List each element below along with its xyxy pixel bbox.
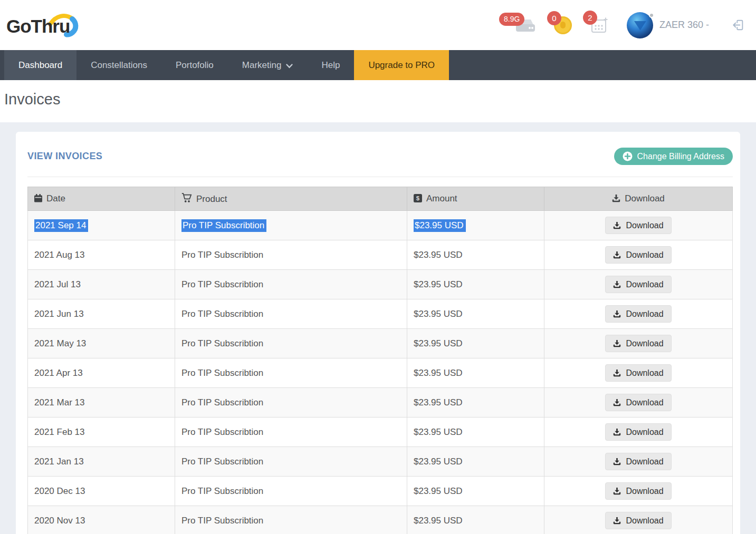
change-billing-address-button[interactable]: Change Billing Address xyxy=(614,148,733,165)
download-button-label: Download xyxy=(626,516,663,526)
invoice-product-cell: Pro TIP Subscribtion xyxy=(175,211,407,240)
invoice-date-text: 2021 Feb 13 xyxy=(34,427,84,437)
column-header-date: Date xyxy=(28,187,175,211)
invoice-date-cell: 2021 Jul 13 xyxy=(28,270,175,299)
user-name: ZAER 360 - xyxy=(659,20,709,31)
download-button[interactable]: Download xyxy=(605,394,671,411)
invoice-date-text: 2021 May 13 xyxy=(34,338,86,348)
top-bar: GoThru 8.9G 0 2 xyxy=(0,0,756,50)
storage-indicator[interactable]: 8.9G xyxy=(515,16,536,34)
invoice-row: 2021 May 13 Pro TIP Subscribtion $23.95 … xyxy=(28,329,733,358)
coins-badge: 0 xyxy=(547,11,561,25)
download-icon xyxy=(613,458,621,465)
section-divider xyxy=(27,177,733,177)
invoice-date-cell: 2021 Mar 13 xyxy=(28,388,175,418)
column-header-product: Product xyxy=(175,187,407,211)
invoice-date-text: 2021 Aug 13 xyxy=(34,250,84,260)
download-icon xyxy=(613,222,621,229)
nav-item-label: Constellations xyxy=(91,60,147,71)
invoice-date-text: 2021 Jul 13 xyxy=(34,279,81,289)
invoice-amount-text: $23.95 USD xyxy=(414,309,463,319)
download-button[interactable]: Download xyxy=(605,305,671,323)
invoice-download-cell: Download xyxy=(544,388,733,418)
nav-item-upgrade-to-pro[interactable]: Upgrade to PRO xyxy=(354,50,449,80)
download-button[interactable]: Download xyxy=(605,217,671,234)
invoice-date-text: 2021 Apr 13 xyxy=(34,368,83,378)
download-button[interactable]: Download xyxy=(605,276,671,293)
invoices-card: VIEW INVOICES Change Billing Address xyxy=(16,132,740,534)
page-title-bar: Invoices xyxy=(0,80,756,122)
invoice-download-cell: Download xyxy=(544,447,733,477)
nav-item-portofolio[interactable]: Portofolio xyxy=(161,50,228,80)
user-menu[interactable]: ZAER 360 - xyxy=(627,12,709,38)
download-button[interactable]: Download xyxy=(605,482,671,500)
invoice-row: 2021 Jul 13 Pro TIP Subscribtion $23.95 … xyxy=(28,270,733,299)
invoice-row: 2021 Jun 13 Pro TIP Subscribtion $23.95 … xyxy=(28,299,733,329)
download-button[interactable]: Download xyxy=(605,364,671,382)
nav-item-constellations[interactable]: Constellations xyxy=(76,50,161,80)
invoice-download-cell: Download xyxy=(544,418,733,447)
svg-text:$: $ xyxy=(416,195,420,201)
invoice-date-text: 2020 Dec 13 xyxy=(34,486,85,496)
invoice-date-text: 2021 Jan 13 xyxy=(34,457,84,467)
invoice-amount-text: $23.95 USD xyxy=(414,250,463,260)
invoice-date-cell: 2021 Feb 13 xyxy=(28,418,175,447)
invoice-date-cell: 2021 Jan 13 xyxy=(28,447,175,477)
invoice-product-cell: Pro TIP Subscribtion xyxy=(175,299,407,329)
card-header: VIEW INVOICES Change Billing Address xyxy=(27,132,733,177)
calendar-indicator[interactable]: 2 xyxy=(590,16,609,35)
download-button[interactable]: Download xyxy=(605,423,671,441)
table-header-row: Date Product $ Amount xyxy=(28,187,733,211)
download-button-label: Download xyxy=(626,250,663,260)
coins-indicator[interactable]: 0 xyxy=(554,16,572,34)
invoice-amount-text: $23.95 USD xyxy=(414,427,463,437)
download-button-label: Download xyxy=(626,398,663,407)
download-button[interactable]: Download xyxy=(605,453,671,470)
invoice-amount-cell: $23.95 USD xyxy=(407,240,544,270)
download-button[interactable]: Download xyxy=(605,335,671,352)
invoice-table-body: 2021 Sep 14 Pro TIP Subscribtion $23.95 … xyxy=(28,211,733,534)
gothru-logo[interactable]: GoThru xyxy=(5,14,101,37)
invoice-amount-cell: $23.95 USD xyxy=(407,477,544,506)
download-button[interactable]: Download xyxy=(605,246,671,264)
download-button[interactable]: Download xyxy=(605,512,671,529)
invoice-amount-cell: $23.95 USD xyxy=(407,388,544,418)
nav-item-marketing[interactable]: Marketing xyxy=(228,50,308,80)
nav-item-help[interactable]: Help xyxy=(307,50,354,80)
invoice-amount-text: $23.95 USD xyxy=(414,279,463,289)
invoice-product-text: Pro TIP Subscribtion xyxy=(181,279,263,289)
storage-badge: 8.9G xyxy=(499,13,524,26)
download-icon xyxy=(613,340,621,347)
invoice-date-text: 2020 Nov 13 xyxy=(34,516,85,526)
download-icon xyxy=(613,310,621,318)
invoice-row: 2020 Nov 13 Pro TIP Subscribtion $23.95 … xyxy=(28,506,733,534)
plus-circle-icon xyxy=(623,151,633,161)
avatar[interactable] xyxy=(627,12,653,38)
invoice-download-cell: Download xyxy=(544,211,733,240)
download-button-label: Download xyxy=(626,368,663,378)
calendar-icon xyxy=(34,194,42,202)
change-billing-address-label: Change Billing Address xyxy=(637,152,724,161)
invoices-table: Date Product $ Amount xyxy=(27,187,733,534)
nav-item-label: Portofolio xyxy=(176,60,214,71)
invoice-amount-cell: $23.95 USD xyxy=(407,211,544,240)
invoice-download-cell: Download xyxy=(544,270,733,299)
invoice-date-cell: 2020 Nov 13 xyxy=(28,506,175,534)
download-icon xyxy=(613,281,621,288)
logout-icon[interactable] xyxy=(731,18,745,32)
section-title: VIEW INVOICES xyxy=(27,151,102,162)
column-header-download: Download xyxy=(544,187,733,211)
invoice-product-text: Pro TIP Subscribtion xyxy=(181,219,266,232)
invoice-date-cell: 2021 Aug 13 xyxy=(28,240,175,270)
invoice-date-cell: 2021 Apr 13 xyxy=(28,358,175,388)
download-icon xyxy=(612,195,620,202)
brand-name: GoThru xyxy=(6,16,70,36)
invoice-download-cell: Download xyxy=(544,506,733,534)
invoice-amount-text: $23.95 USD xyxy=(414,397,463,407)
invoice-amount-cell: $23.95 USD xyxy=(407,299,544,329)
invoice-row: 2020 Dec 13 Pro TIP Subscribtion $23.95 … xyxy=(28,477,733,506)
invoice-download-cell: Download xyxy=(544,477,733,506)
invoice-download-cell: Download xyxy=(544,299,733,329)
nav-item-label: Help xyxy=(321,60,340,71)
nav-item-dashboard[interactable]: Dashboard xyxy=(4,50,76,80)
